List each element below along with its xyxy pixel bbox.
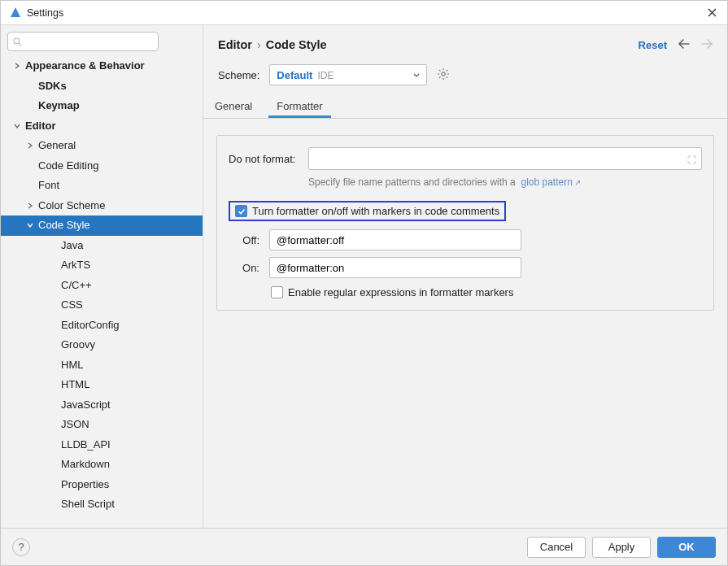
markers-checkbox[interactable]	[235, 205, 247, 217]
search-input[interactable]	[25, 36, 153, 47]
apply-button[interactable]: Apply	[592, 537, 651, 558]
on-label: On:	[229, 262, 263, 274]
sidebar-item-label: EditorConfig	[61, 316, 120, 336]
sidebar-item-label: Editor	[25, 116, 56, 137]
sidebar-item-java[interactable]: Java	[1, 236, 203, 256]
regex-checkbox[interactable]	[271, 286, 283, 298]
expand-icon[interactable]	[687, 155, 696, 163]
scheme-value: Default	[277, 69, 312, 81]
sidebar-item-label: Appearance & Behavior	[25, 56, 145, 76]
sidebar-item-markdown[interactable]: Markdown	[1, 455, 203, 475]
sidebar-item-label: Markdown	[61, 455, 110, 475]
sidebar-item-properties[interactable]: Properties	[1, 475, 203, 495]
tabs: General Formatter	[203, 95, 727, 119]
sidebar-item-shell-script[interactable]: Shell Script	[1, 494, 203, 515]
svg-line-7	[439, 70, 441, 72]
sidebar-item-label: Groovy	[61, 335, 95, 355]
sidebar-item-code-style[interactable]: Code Style	[1, 216, 203, 236]
hint-text: Specify file name patterns and directori…	[229, 176, 702, 188]
sidebar-item-keymap[interactable]: Keymap	[1, 96, 203, 116]
sidebar-item-css[interactable]: CSS	[1, 295, 203, 316]
markers-highlight: Turn formatter on/off with markers in co…	[229, 201, 506, 221]
external-link-icon: ↗	[574, 178, 581, 187]
svg-point-2	[442, 72, 445, 75]
app-logo-icon	[9, 7, 22, 20]
search-icon	[13, 37, 22, 47]
chevron-down-icon	[413, 69, 420, 81]
regex-label: Enable regular expressions in formatter …	[288, 286, 513, 298]
sidebar-item-editor[interactable]: Editor	[1, 116, 203, 137]
sidebar-item-label: Code Style	[38, 216, 90, 236]
tab-general[interactable]: General	[207, 95, 260, 118]
svg-line-8	[447, 76, 448, 78]
content-panel: Editor › Code Style Reset Scheme:	[203, 25, 727, 528]
reset-link[interactable]: Reset	[639, 39, 667, 51]
tab-formatter[interactable]: Formatter	[268, 95, 330, 118]
do-not-format-input[interactable]	[308, 147, 702, 170]
sidebar-item-lldb-api[interactable]: LLDB_API	[1, 435, 203, 455]
scheme-dropdown[interactable]: Default IDE	[269, 64, 427, 85]
sidebar-item-general[interactable]: General	[1, 136, 203, 156]
sidebar-item-label: Code Editing	[38, 156, 98, 176]
do-not-format-label: Do not format:	[229, 153, 302, 165]
close-button[interactable]	[704, 7, 719, 20]
sidebar-item-label: Keymap	[38, 96, 80, 116]
sidebar-item-sdks[interactable]: SDKs	[1, 76, 203, 97]
sidebar-item-color-scheme[interactable]: Color Scheme	[1, 196, 203, 216]
off-label: Off:	[229, 234, 263, 246]
sidebar-item-json[interactable]: JSON	[1, 415, 203, 435]
sidebar-item-appearance-behavior[interactable]: Appearance & Behavior	[1, 56, 203, 76]
sidebar-item-label: ArkTS	[61, 255, 90, 276]
search-field[interactable]	[7, 32, 159, 51]
scheme-label: Scheme:	[218, 69, 259, 81]
sidebar-item-label: Shell Script	[61, 494, 115, 515]
breadcrumb-editor: Editor	[218, 38, 252, 51]
svg-point-0	[14, 38, 20, 44]
window-title: Settings	[27, 7, 63, 19]
formatter-panel: Do not format: Specify file name pattern…	[216, 135, 714, 311]
sidebar-item-label: HML	[61, 355, 83, 376]
breadcrumb-separator: ›	[257, 38, 261, 51]
on-input[interactable]	[269, 257, 521, 278]
sidebar-item-arkts[interactable]: ArkTS	[1, 255, 203, 276]
sidebar-item-label: Font	[38, 176, 59, 196]
nav-forward-icon[interactable]	[701, 37, 713, 53]
sidebar-item-label: HTML	[61, 375, 89, 395]
sidebar-item-label: Java	[61, 236, 83, 256]
sidebar-item-label: CSS	[61, 295, 83, 316]
breadcrumb-code-style: Code Style	[266, 38, 327, 51]
sidebar-item-label: JavaScript	[61, 395, 111, 416]
sidebar-item-code-editing[interactable]: Code Editing	[1, 156, 203, 176]
sidebar-item-html[interactable]: HTML	[1, 375, 203, 395]
titlebar: Settings	[1, 1, 727, 25]
sidebar-item-label: General	[38, 136, 76, 156]
breadcrumb: Editor › Code Style	[218, 38, 327, 51]
svg-line-1	[19, 42, 21, 45]
sidebar-item-groovy[interactable]: Groovy	[1, 335, 203, 355]
sidebar-item-hml[interactable]: HML	[1, 355, 203, 376]
gear-icon[interactable]	[437, 67, 450, 83]
settings-tree: Appearance & BehaviorSDKsKeymapEditorGen…	[1, 56, 203, 528]
off-input[interactable]	[269, 229, 521, 250]
svg-line-10	[447, 70, 448, 72]
ok-button[interactable]: OK	[657, 537, 716, 558]
sidebar-item-label: SDKs	[38, 76, 67, 97]
sidebar-item-label: Color Scheme	[38, 196, 105, 216]
sidebar-item-font[interactable]: Font	[1, 176, 203, 196]
sidebar-item-editorconfig[interactable]: EditorConfig	[1, 316, 203, 336]
sidebar-item-c-c-[interactable]: C/C++	[1, 276, 203, 296]
help-button[interactable]: ?	[12, 538, 30, 556]
sidebar-item-label: LLDB_API	[61, 435, 111, 455]
glob-pattern-link[interactable]: glob pattern	[521, 176, 572, 188]
scheme-sub: IDE	[317, 70, 333, 81]
sidebar: Appearance & BehaviorSDKsKeymapEditorGen…	[1, 25, 203, 528]
markers-label: Turn formatter on/off with markers in co…	[252, 205, 499, 217]
cancel-button[interactable]: Cancel	[527, 537, 586, 558]
sidebar-item-javascript[interactable]: JavaScript	[1, 395, 203, 416]
sidebar-item-label: C/C++	[61, 276, 92, 296]
sidebar-item-label: JSON	[61, 415, 89, 435]
footer: ? Cancel Apply OK	[1, 528, 727, 565]
nav-back-icon[interactable]	[678, 37, 690, 53]
sidebar-item-label: Properties	[61, 475, 109, 495]
svg-line-9	[439, 76, 441, 78]
